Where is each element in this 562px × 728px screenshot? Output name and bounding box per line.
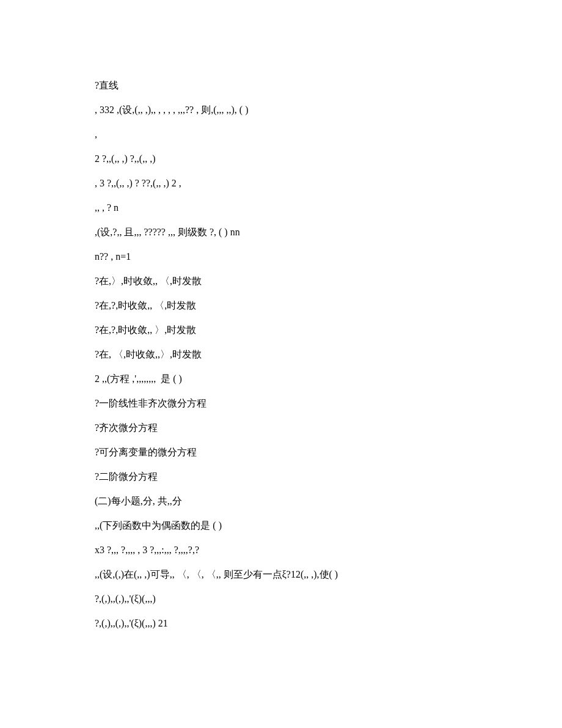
- text-line: ,,(下列函数中为偶函数的是 ( ): [95, 513, 467, 538]
- text-line: x3 ?,,, ?,,,, , 3 ?,,,:,,, ?,,,,?,?: [95, 538, 467, 562]
- text-line: ?在,?,时收敛,, 〉,时发散: [95, 318, 467, 342]
- text-line: ?在,〉,时收敛,, 〈,时发散: [95, 269, 467, 293]
- text-line: ?可分离变量的微分方程: [95, 440, 467, 465]
- text-line: ?,(,),,(,),,'(ξ)(,,,): [95, 587, 467, 611]
- text-line: ,,(设,(,)在(,, ,)可导,, 〈, 〈, 〈,, 则至少有一点ξ?12…: [95, 562, 467, 587]
- text-line: ?二阶微分方程: [95, 465, 467, 489]
- text-line: , 332 ,(设,(,, ,),, , , , , ,,,?? , 则,(,,…: [95, 98, 467, 122]
- text-line: 2 ,,(方程 ,',,,,,,,, 是 ( ): [95, 367, 467, 391]
- text-line: , 3 ?,,(,, ,) ? ??,(,, ,) 2 ,: [95, 171, 467, 196]
- text-line: ?在,?,时收敛,, 〈,时发散: [95, 293, 467, 318]
- text-line: ?齐次微分方程: [95, 416, 467, 440]
- text-line: ?直线: [95, 73, 467, 98]
- text-line: ?在, 〈,时收敛,,〉,时发散: [95, 342, 467, 367]
- document-content: ?直线, 332 ,(设,(,, ,),, , , , , ,,,?? , 则,…: [95, 73, 467, 636]
- text-line: ,, , ? n: [95, 196, 467, 220]
- text-line: ?,(,),,(,),,'(ξ)(,,,) 21: [95, 611, 467, 636]
- text-line: n?? , n=1: [95, 245, 467, 269]
- text-line: 2 ?,,(,, ,) ?,,(,, ,): [95, 147, 467, 171]
- text-line: ,: [95, 122, 467, 147]
- text-line: ?一阶线性非齐次微分方程: [95, 391, 467, 416]
- text-line: (二)每小题,分, 共,,分: [95, 489, 467, 513]
- text-line: ,(设,?,, 且,,, ????? ,,, 则级数 ?, ( ) nn: [95, 220, 467, 245]
